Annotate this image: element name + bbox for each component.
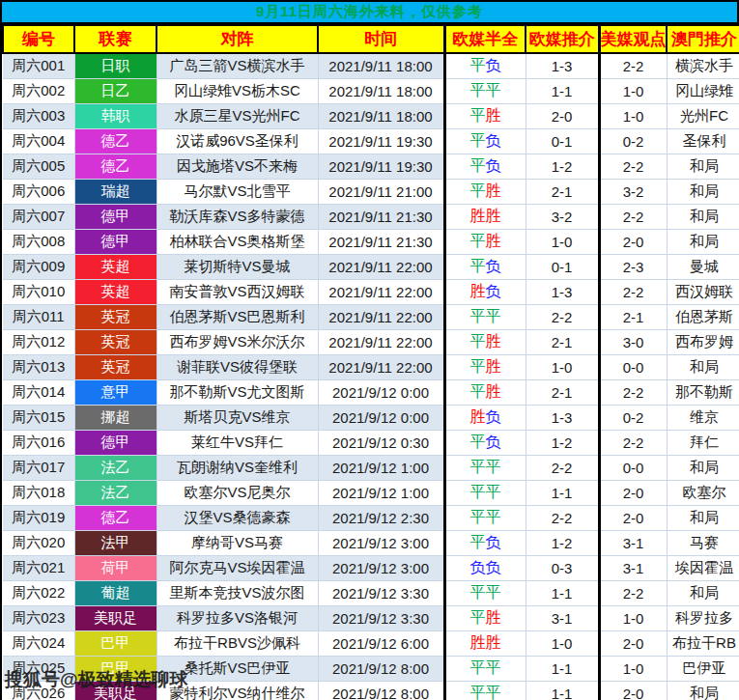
euro-pick-cell: 1-3 (526, 406, 599, 431)
half-full-cell: 平胜 (444, 355, 526, 380)
outcome-char: 平 (470, 182, 486, 199)
outcome-char: 平 (470, 434, 486, 450)
time-cell: 2021/9/11 22:00 (318, 330, 444, 355)
match-number-cell: 周六011 (3, 305, 74, 330)
half-full-cell: 平胜 (444, 606, 526, 631)
outcome-char: 胜 (486, 358, 501, 375)
league-badge: 韩职 (74, 104, 156, 129)
macau-pick-cell: 和局 (667, 506, 739, 531)
time-cell: 2021/9/11 21:00 (318, 180, 444, 205)
match-cell: 欧塞尔VS尼奥尔 (156, 481, 318, 506)
outcome-char: 平 (486, 459, 501, 475)
sohu-watermark: 搜狐号@极致精选聊球 (5, 667, 188, 692)
time-cell: 2021/9/11 22:00 (318, 280, 444, 305)
euro-pick-cell: 0-1 (526, 129, 599, 154)
match-number-cell: 周六001 (3, 53, 74, 79)
outcome-char: 负 (486, 283, 501, 299)
macau-pick-cell: 和局 (667, 154, 739, 180)
time-cell: 2021/9/12 8:00 (318, 657, 444, 682)
macau-pick-cell: 欧塞尔 (667, 481, 739, 506)
match-number-cell: 周六003 (3, 104, 74, 129)
macau-pick-cell: 那不勒斯 (667, 380, 739, 406)
outcome-char: 负 (486, 534, 501, 550)
match-number-cell: 周六006 (3, 180, 74, 205)
match-number-cell: 周六022 (3, 581, 74, 606)
outcome-char: 胜 (486, 609, 501, 626)
half-full-cell: 平胜 (444, 230, 526, 255)
macau-pick-cell: 和局 (667, 205, 739, 230)
league-badge: 法乙 (74, 456, 156, 481)
match-number-cell: 周六004 (3, 129, 74, 154)
outcome-char: 平 (486, 82, 501, 98)
outcome-char: 平 (486, 484, 501, 500)
match-number-cell: 周六002 (3, 79, 74, 104)
euro-pick-cell: 3-2 (526, 205, 599, 230)
match-cell: 南安普敦VS西汉姆联 (156, 280, 318, 305)
us-view-cell: 2-2 (599, 154, 667, 180)
macau-pick-cell: 横滨水手 (667, 53, 739, 79)
match-cell: 里斯本竞技VS波尔图 (156, 581, 318, 606)
table-row: 周六002日乙冈山绿雉VS栃木SC2021/9/11 18:00平平1-11-0… (3, 79, 739, 104)
euro-pick-cell: 2-1 (526, 330, 599, 355)
macau-pick-cell: 冈山绿雉 (667, 79, 739, 104)
league-badge: 英冠 (74, 355, 156, 380)
match-cell: 广岛三箭VS横滨水手 (156, 53, 318, 79)
league-badge: 日乙 (74, 79, 156, 104)
table-row: 周六013英冠谢菲联VS彼得堡联2021/9/11 22:00平胜1-00-0和… (3, 355, 739, 380)
outcome-char: 负 (486, 258, 501, 274)
table-row: 周六012英冠西布罗姆VS米尔沃尔2021/9/11 22:00平胜2-13-0… (3, 330, 739, 355)
half-full-cell: 平负 (444, 129, 526, 154)
time-cell: 2021/9/11 22:00 (318, 255, 444, 280)
outcome-char: 负 (486, 434, 501, 450)
macau-pick-cell: 拜仁 (667, 431, 739, 456)
table-row: 周六015挪超斯塔贝克VS维京2021/9/12 0:00胜负1-30-2维京 (3, 406, 739, 431)
macau-pick-cell: 和局 (667, 230, 739, 255)
table-row: 周六023美职足科罗拉多VS洛银河2021/9/12 3:30平胜3-11-0科… (3, 606, 739, 631)
euro-pick-cell: 1-2 (526, 154, 599, 180)
us-view-cell: 1-0 (599, 104, 667, 129)
us-view-cell: 2-2 (599, 53, 667, 79)
match-cell: 阿尔克马VS埃因霍温 (156, 556, 318, 581)
outcome-char: 负 (486, 559, 501, 575)
time-cell: 2021/9/12 6:00 (318, 631, 444, 657)
macau-pick-cell: 光州FC (667, 104, 739, 129)
match-cell: 莱切斯特VS曼城 (156, 255, 318, 280)
match-cell: 斯塔贝克VS维京 (156, 406, 318, 431)
outcome-char: 平 (470, 157, 486, 174)
table-row: 周六006瑞超马尔默VS北雪平2021/9/11 21:00平胜2-13-2和局 (3, 180, 739, 205)
league-badge: 葡超 (74, 581, 156, 606)
outcome-char: 平 (470, 308, 486, 324)
league-badge: 荷甲 (74, 556, 156, 581)
page-title: 9月11日周六海外来料，仅供参考 (2, 2, 737, 24)
macau-pick-cell: 和局 (667, 180, 739, 205)
time-cell: 2021/9/11 22:00 (318, 355, 444, 380)
euro-pick-cell: 1-3 (526, 53, 599, 79)
macau-pick-cell: 和局 (667, 355, 739, 380)
col-header-number: 编号 (3, 25, 74, 53)
half-full-cell: 平负 (444, 255, 526, 280)
table-row: 周六021荷甲阿尔克马VS埃因霍温2021/9/12 3:00负负0-33-1埃… (3, 556, 739, 581)
outcome-char: 负 (470, 559, 486, 575)
euro-pick-cell: 2-2 (526, 506, 599, 531)
outcome-char: 胜 (486, 333, 501, 350)
league-badge: 巴甲 (74, 631, 156, 657)
time-cell: 2021/9/11 18:00 (318, 53, 444, 79)
euro-pick-cell: 1-2 (526, 431, 599, 456)
match-number-cell: 周六024 (3, 631, 74, 657)
table-row: 周六005德乙因戈施塔VS不来梅2021/9/11 19:30平负1-22-2和… (3, 154, 739, 180)
time-cell: 2021/9/12 2:30 (318, 506, 444, 531)
outcome-char: 负 (486, 57, 501, 73)
us-view-cell: 3-0 (599, 330, 667, 355)
match-cell: 因戈施塔VS不来梅 (156, 154, 318, 180)
outcome-char: 胜 (470, 634, 486, 651)
outcome-char: 平 (486, 308, 501, 324)
outcome-char: 胜 (486, 634, 501, 651)
league-badge: 挪超 (74, 406, 156, 431)
league-badge: 意甲 (74, 380, 156, 406)
outcome-char: 胜 (470, 408, 486, 425)
match-number-cell: 周六007 (3, 205, 74, 230)
match-number-cell: 周六016 (3, 431, 74, 456)
macau-pick-cell: 圣保利 (667, 129, 739, 154)
outcome-char: 平 (470, 132, 486, 149)
league-badge: 德甲 (74, 230, 156, 255)
